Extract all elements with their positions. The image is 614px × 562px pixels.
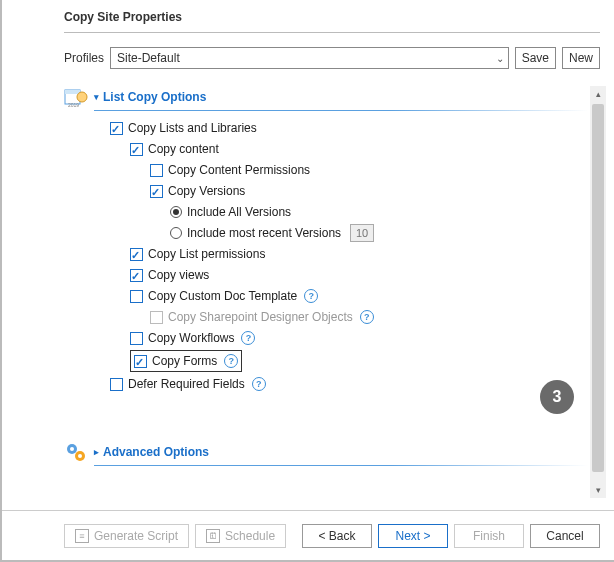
collapse-arrow-icon: ▾ bbox=[94, 92, 99, 102]
opt-copy-views[interactable]: Copy views bbox=[64, 266, 588, 284]
script-icon: ≡ bbox=[75, 529, 89, 543]
opt-copy-workflows[interactable]: Copy Workflows ? bbox=[64, 329, 588, 347]
svg-point-7 bbox=[78, 454, 82, 458]
checkbox-icon[interactable] bbox=[134, 355, 147, 368]
next-button[interactable]: Next > bbox=[378, 524, 448, 548]
scroll-up-icon[interactable]: ▴ bbox=[590, 86, 606, 102]
opt-include-all-versions[interactable]: Include All Versions bbox=[64, 203, 588, 221]
back-button[interactable]: < Back bbox=[302, 524, 372, 548]
profiles-row: Profiles Site-Default ⌄ Save New bbox=[16, 47, 600, 69]
help-icon[interactable]: ? bbox=[304, 289, 318, 303]
recent-versions-count[interactable]: 10 bbox=[350, 224, 374, 242]
opt-include-recent-versions[interactable]: Include most recent Versions 10 bbox=[64, 224, 588, 242]
svg-text:2019: 2019 bbox=[68, 102, 79, 107]
opt-copy-forms[interactable]: Copy Forms ? bbox=[64, 350, 588, 372]
cancel-button[interactable]: Cancel bbox=[530, 524, 600, 548]
advanced-options-header[interactable]: ▸ Advanced Options bbox=[64, 441, 588, 463]
options-scroll-area: 2019 ▾ List Copy Options Copy Lists and … bbox=[64, 86, 606, 498]
schedule-icon: 🗓 bbox=[206, 529, 220, 543]
opt-copy-versions[interactable]: Copy Versions bbox=[64, 182, 588, 200]
opt-defer-required-fields[interactable]: Defer Required Fields ? bbox=[64, 375, 588, 393]
checkbox-icon[interactable] bbox=[130, 269, 143, 282]
advanced-title-text: Advanced Options bbox=[103, 445, 209, 459]
svg-rect-1 bbox=[65, 90, 80, 94]
radio-icon[interactable] bbox=[170, 227, 182, 239]
scroll-thumb[interactable] bbox=[592, 104, 604, 472]
page-title: Copy Site Properties bbox=[16, 8, 600, 32]
save-profile-button[interactable]: Save bbox=[515, 47, 556, 69]
svg-point-5 bbox=[70, 447, 74, 451]
section-underline bbox=[94, 110, 588, 111]
title-divider bbox=[64, 32, 600, 33]
scroll-down-icon[interactable]: ▾ bbox=[590, 482, 606, 498]
checkbox-icon[interactable] bbox=[150, 164, 163, 177]
opt-copy-content[interactable]: Copy content bbox=[64, 140, 588, 158]
profiles-selected-value: Site-Default bbox=[117, 51, 180, 65]
opt-copy-spd-objects: Copy Sharepoint Designer Objects ? bbox=[64, 308, 588, 326]
opt-copy-list-perms[interactable]: Copy List permissions bbox=[64, 245, 588, 263]
help-icon[interactable]: ? bbox=[241, 331, 255, 345]
list-copy-options-header[interactable]: 2019 ▾ List Copy Options bbox=[64, 86, 588, 108]
vertical-scrollbar[interactable]: ▴ ▾ bbox=[590, 86, 606, 498]
schedule-button[interactable]: 🗓 Schedule bbox=[195, 524, 286, 548]
checkbox-icon[interactable] bbox=[150, 185, 163, 198]
help-icon[interactable]: ? bbox=[252, 377, 266, 391]
profiles-label: Profiles bbox=[64, 51, 104, 65]
finish-button[interactable]: Finish bbox=[454, 524, 524, 548]
section-underline bbox=[94, 465, 588, 466]
checkbox-icon[interactable] bbox=[110, 378, 123, 391]
help-icon[interactable]: ? bbox=[360, 310, 374, 324]
copy-forms-highlight: Copy Forms ? bbox=[130, 350, 242, 372]
checkbox-icon bbox=[150, 311, 163, 324]
step-badge: 3 bbox=[540, 380, 574, 414]
checkbox-icon[interactable] bbox=[130, 332, 143, 345]
checkbox-icon[interactable] bbox=[130, 143, 143, 156]
chevron-down-icon: ⌄ bbox=[496, 53, 504, 64]
gears-icon bbox=[64, 441, 88, 463]
calendar-icon: 2019 bbox=[64, 86, 88, 108]
expand-arrow-icon: ▸ bbox=[94, 447, 99, 457]
svg-point-2 bbox=[77, 92, 87, 102]
checkbox-icon[interactable] bbox=[110, 122, 123, 135]
opt-copy-lists[interactable]: Copy Lists and Libraries bbox=[64, 119, 588, 137]
checkbox-icon[interactable] bbox=[130, 248, 143, 261]
opt-copy-content-perms[interactable]: Copy Content Permissions bbox=[64, 161, 588, 179]
radio-icon[interactable] bbox=[170, 206, 182, 218]
section-title-text: List Copy Options bbox=[103, 90, 206, 104]
footer-bar: ≡ Generate Script 🗓 Schedule < Back Next… bbox=[2, 510, 614, 560]
generate-script-button[interactable]: ≡ Generate Script bbox=[64, 524, 189, 548]
help-icon[interactable]: ? bbox=[224, 354, 238, 368]
profiles-select[interactable]: Site-Default ⌄ bbox=[110, 47, 509, 69]
new-profile-button[interactable]: New bbox=[562, 47, 600, 69]
opt-copy-custom-template[interactable]: Copy Custom Doc Template ? bbox=[64, 287, 588, 305]
checkbox-icon[interactable] bbox=[130, 290, 143, 303]
